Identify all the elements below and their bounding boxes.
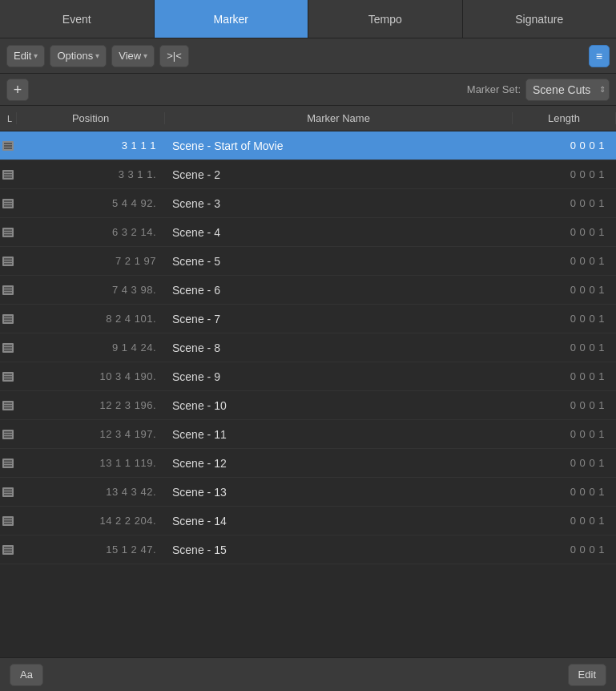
marker-icon xyxy=(0,545,16,555)
marker-set-label: Marker Set: xyxy=(467,83,521,95)
length-cell: 0 0 0 1 xyxy=(512,457,616,469)
font-label: Aa xyxy=(20,669,33,681)
table-row[interactable]: 10 3 4 190.Scene - 90 0 0 1 xyxy=(0,362,616,391)
edit-button[interactable]: Edit ▾ xyxy=(6,45,45,67)
table-row[interactable]: 3 3 1 1.Scene - 20 0 0 1 xyxy=(0,160,616,189)
marker-icon xyxy=(0,516,16,526)
font-button[interactable]: Aa xyxy=(10,664,43,686)
marker-icon xyxy=(0,459,16,468)
column-header: L Position Marker Name Length xyxy=(0,106,616,131)
options-button[interactable]: Options ▾ xyxy=(50,45,107,67)
table-row[interactable]: 8 2 4 101.Scene - 70 0 0 1 xyxy=(0,305,616,333)
col-header-l: L xyxy=(0,114,16,123)
position-cell: 10 3 4 190. xyxy=(16,370,164,382)
col-header-length: Length xyxy=(512,112,616,124)
table-row[interactable]: 15 1 2 47.Scene - 150 0 0 1 xyxy=(0,535,616,564)
filter-label: >|< xyxy=(167,50,182,62)
table-row[interactable]: 7 2 1 97Scene - 50 0 0 1 xyxy=(0,247,616,276)
length-cell: 0 0 0 1 xyxy=(512,284,616,296)
options-chevron-icon: ▾ xyxy=(95,51,99,60)
tab-bar: EventMarkerTempoSignature xyxy=(0,0,616,38)
marker-icon xyxy=(0,430,16,439)
name-cell: Scene - 5 xyxy=(164,255,512,268)
marker-icon xyxy=(0,257,16,266)
add-marker-button[interactable]: + xyxy=(6,79,29,101)
marker-icon xyxy=(0,372,16,382)
table-row[interactable]: 14 2 2 204.Scene - 140 0 0 1 xyxy=(0,507,616,535)
name-cell: Scene - 14 xyxy=(164,515,512,527)
edit-label: Edit xyxy=(14,50,31,62)
length-cell: 0 0 0 1 xyxy=(512,399,616,411)
bottom-edit-button[interactable]: Edit xyxy=(568,664,606,686)
tab-signature[interactable]: Signature xyxy=(463,0,617,38)
name-cell: Scene - 10 xyxy=(164,399,512,412)
table-row[interactable]: 3 1 1 1Scene - Start of Movie0 0 0 1 xyxy=(0,131,616,160)
table-row[interactable]: 7 4 3 98.Scene - 60 0 0 1 xyxy=(0,276,616,305)
view-label: View xyxy=(119,50,141,62)
marker-set-wrapper: Scene Cuts xyxy=(525,79,610,101)
table-row[interactable]: 12 3 4 197.Scene - 110 0 0 1 xyxy=(0,420,616,449)
list-view-button[interactable]: ≡ xyxy=(589,45,610,67)
toolbar: Edit ▾ Options ▾ View ▾ >|< ≡ xyxy=(0,38,616,74)
length-cell: 0 0 0 1 xyxy=(512,341,616,354)
marker-icon xyxy=(0,285,16,295)
marker-icon xyxy=(0,141,16,151)
table-row[interactable]: 5 4 4 92.Scene - 30 0 0 1 xyxy=(0,189,616,218)
tab-marker[interactable]: Marker xyxy=(155,0,309,38)
options-label: Options xyxy=(57,50,93,62)
name-cell: Scene - 13 xyxy=(164,486,512,499)
name-cell: Scene - Start of Movie xyxy=(164,139,512,152)
name-cell: Scene - 9 xyxy=(164,370,512,383)
marker-icon xyxy=(0,228,16,237)
tab-event[interactable]: Event xyxy=(0,0,155,38)
position-cell: 12 2 3 196. xyxy=(16,399,164,411)
marker-icon xyxy=(0,199,16,208)
table-row[interactable]: 13 4 3 42.Scene - 130 0 0 1 xyxy=(0,478,616,507)
table-row[interactable]: 13 1 1 119.Scene - 120 0 0 1 xyxy=(0,449,616,478)
position-cell: 3 1 1 1 xyxy=(16,139,164,152)
length-cell: 0 0 0 1 xyxy=(512,226,616,238)
view-button[interactable]: View ▾ xyxy=(111,45,155,67)
list-view-icon: ≡ xyxy=(596,50,602,63)
table-body: 3 1 1 1Scene - Start of Movie0 0 0 13 3 … xyxy=(0,131,616,657)
table-row[interactable]: 9 1 4 24.Scene - 80 0 0 1 xyxy=(0,333,616,362)
position-cell: 15 1 2 47. xyxy=(16,544,164,556)
length-cell: 0 0 0 1 xyxy=(512,168,616,180)
name-cell: Scene - 12 xyxy=(164,457,512,470)
col-header-name: Marker Name xyxy=(164,112,512,124)
position-cell: 9 1 4 24. xyxy=(16,341,164,354)
length-cell: 0 0 0 1 xyxy=(512,486,616,498)
name-cell: Scene - 6 xyxy=(164,284,512,297)
name-cell: Scene - 3 xyxy=(164,197,512,210)
position-cell: 12 3 4 197. xyxy=(16,428,164,440)
edit-chevron-icon: ▾ xyxy=(34,51,38,60)
tab-tempo[interactable]: Tempo xyxy=(308,0,463,38)
add-label: + xyxy=(14,83,22,97)
marker-icon xyxy=(0,401,16,410)
marker-set-row: + Marker Set: Scene Cuts xyxy=(0,74,616,106)
length-cell: 0 0 0 1 xyxy=(512,255,616,267)
marker-set-select[interactable]: Scene Cuts xyxy=(525,79,610,101)
marker-icon xyxy=(0,487,16,497)
position-cell: 7 4 3 98. xyxy=(16,284,164,296)
name-cell: Scene - 2 xyxy=(164,168,512,181)
bottom-bar: Aa Edit xyxy=(0,657,616,691)
table-row[interactable]: 6 3 2 14.Scene - 40 0 0 1 xyxy=(0,218,616,247)
length-cell: 0 0 0 1 xyxy=(512,428,616,440)
position-cell: 8 2 4 101. xyxy=(16,313,164,325)
length-cell: 0 0 0 1 xyxy=(512,515,616,527)
col-header-position: Position xyxy=(16,112,164,124)
position-cell: 14 2 2 204. xyxy=(16,515,164,527)
name-cell: Scene - 7 xyxy=(164,313,512,325)
table-row[interactable]: 12 2 3 196.Scene - 100 0 0 1 xyxy=(0,391,616,420)
name-cell: Scene - 8 xyxy=(164,341,512,354)
length-cell: 0 0 0 1 xyxy=(512,197,616,209)
position-cell: 6 3 2 14. xyxy=(16,226,164,238)
filter-button[interactable]: >|< xyxy=(159,45,189,67)
length-cell: 0 0 0 1 xyxy=(512,139,616,152)
length-cell: 0 0 0 1 xyxy=(512,313,616,325)
marker-icon xyxy=(0,170,16,180)
name-cell: Scene - 11 xyxy=(164,428,512,441)
position-cell: 5 4 4 92. xyxy=(16,197,164,209)
position-cell: 13 4 3 42. xyxy=(16,486,164,498)
